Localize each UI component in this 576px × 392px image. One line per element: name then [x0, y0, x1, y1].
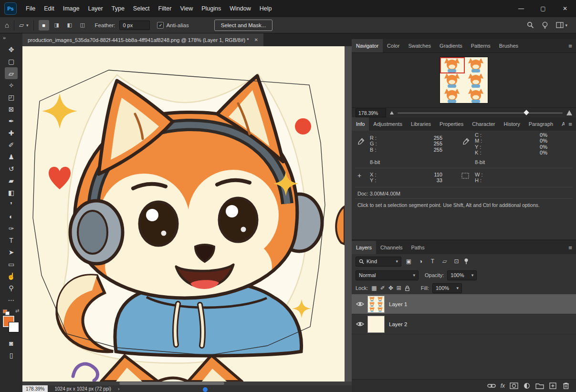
adjustment-layer-icon[interactable]: [523, 382, 531, 390]
intersect-selection-mode-button[interactable]: ◫: [77, 20, 88, 31]
chevron-down-icon[interactable]: ▾: [26, 23, 29, 28]
clone-stamp-tool[interactable]: ♟: [5, 151, 18, 163]
document-tab[interactable]: production_images_535da70d-882f-4415-bb8…: [22, 33, 263, 46]
lock-paint-icon[interactable]: ✐: [380, 285, 385, 291]
tab-layers[interactable]: Layers: [352, 241, 376, 254]
tab-properties[interactable]: Properties: [435, 117, 468, 131]
marquee-tool[interactable]: ▢: [5, 55, 18, 67]
add-selection-mode-button[interactable]: ◨: [52, 20, 62, 31]
tab-history[interactable]: History: [500, 117, 524, 131]
new-group-folder-icon[interactable]: [535, 382, 544, 390]
edit-toolbar-icon[interactable]: ⋯: [5, 294, 18, 306]
menu-file[interactable]: File: [21, 0, 40, 17]
tab-paragraph[interactable]: Paragraph: [524, 117, 557, 131]
horizontal-scrollbar[interactable]: [22, 382, 352, 385]
menu-image[interactable]: Image: [59, 0, 84, 17]
navigator-zoom-slider[interactable]: [398, 113, 563, 113]
discover-lightbulb-icon[interactable]: [542, 21, 548, 29]
panel-menu-icon[interactable]: ≡: [565, 39, 576, 52]
menu-type[interactable]: Type: [107, 0, 129, 17]
new-selection-mode-button[interactable]: ■: [39, 20, 49, 31]
opacity-dropdown[interactable]: 100% ▾: [447, 270, 477, 280]
eyedropper-tool[interactable]: ✒: [5, 115, 18, 127]
spot-healing-tool[interactable]: ✚: [5, 127, 18, 139]
layer-thumbnail[interactable]: [368, 296, 384, 312]
object-selection-tool[interactable]: ✧: [5, 79, 18, 91]
panel-menu-icon[interactable]: ≡: [565, 241, 576, 254]
tab-character[interactable]: Character: [468, 117, 499, 131]
scrollbar-thumb[interactable]: [119, 382, 224, 385]
layer-effects-icon[interactable]: fx: [501, 382, 505, 389]
new-layer-icon[interactable]: [549, 382, 557, 390]
layer-name[interactable]: Layer 1: [389, 301, 407, 307]
close-tab-icon[interactable]: ✕: [254, 37, 258, 42]
gradient-tool[interactable]: ◧: [5, 186, 18, 198]
quick-mask-icon[interactable]: ◙: [5, 337, 18, 349]
blur-tool[interactable]: ❜: [5, 198, 18, 210]
canvas-artwork[interactable]: [22, 46, 345, 382]
lock-transparency-icon[interactable]: ▦: [371, 285, 377, 291]
tab-libraries[interactable]: Libraries: [407, 117, 435, 131]
menu-layer[interactable]: Layer: [84, 0, 107, 17]
visibility-eye-icon[interactable]: [352, 321, 368, 327]
zoom-level-field[interactable]: 178.39%: [22, 385, 48, 392]
tab-navigator[interactable]: Navigator: [352, 39, 383, 52]
navigator-proxy-view-box[interactable]: [440, 57, 465, 73]
path-selection-tool[interactable]: ➤: [5, 246, 18, 258]
canvas[interactable]: [22, 46, 345, 382]
dodge-tool[interactable]: ◐: [5, 210, 18, 222]
close-button[interactable]: ✕: [554, 0, 576, 17]
rectangle-tool[interactable]: ▭: [5, 258, 18, 270]
blend-mode-dropdown[interactable]: Normal ▾: [356, 270, 419, 280]
lock-all-icon[interactable]: [405, 285, 410, 291]
minimize-button[interactable]: —: [510, 0, 532, 17]
filter-toggle-pin-icon[interactable]: [464, 258, 469, 265]
zoom-in-icon[interactable]: [566, 110, 572, 115]
tab-channels[interactable]: Channels: [376, 241, 407, 254]
menu-window[interactable]: Window: [225, 0, 255, 17]
tab-brushes[interactable]: Brushes: [495, 39, 523, 52]
maximize-button[interactable]: ▢: [532, 0, 554, 17]
crop-tool[interactable]: ◰: [5, 91, 18, 103]
zoom-out-icon[interactable]: [390, 111, 394, 114]
layer-name[interactable]: Layer 2: [389, 321, 407, 327]
background-color-swatch[interactable]: [9, 322, 19, 332]
filter-adjustment-icon[interactable]: ◑: [416, 257, 425, 266]
menu-plugins[interactable]: Plugins: [197, 0, 225, 17]
delete-layer-trash-icon[interactable]: [562, 382, 570, 390]
link-layers-icon[interactable]: [487, 382, 496, 390]
menu-help[interactable]: Help: [255, 0, 276, 17]
layer-row-2[interactable]: Layer 2: [352, 314, 576, 334]
type-tool[interactable]: T: [5, 234, 18, 246]
add-layer-mask-icon[interactable]: [510, 382, 518, 390]
navigator-thumbnail[interactable]: [440, 57, 488, 103]
tab-adjustments[interactable]: Adjustments: [369, 117, 407, 131]
lock-move-icon[interactable]: ✥: [388, 285, 393, 291]
filter-shape-icon[interactable]: ▱: [440, 257, 449, 266]
filter-image-icon[interactable]: ▣: [404, 257, 413, 266]
tab-swatches[interactable]: Swatches: [404, 39, 435, 52]
slider-thumb[interactable]: [524, 110, 529, 115]
default-colors-icon[interactable]: [3, 309, 9, 314]
tab-patterns[interactable]: Patterns: [467, 39, 495, 52]
eraser-tool[interactable]: ▰: [5, 175, 18, 186]
layer-thumbnail[interactable]: [368, 316, 384, 332]
panel-menu-icon[interactable]: ≡: [565, 117, 576, 131]
visibility-eye-icon[interactable]: [352, 301, 368, 307]
swap-colors-icon[interactable]: ⇄: [15, 308, 19, 313]
layer-row-1[interactable]: Layer 1: [352, 294, 576, 314]
lock-artboard-icon[interactable]: ⊞: [397, 285, 401, 291]
brush-tool[interactable]: ✐: [5, 139, 18, 151]
workspace-layout-icon[interactable]: ▾: [556, 22, 567, 28]
feather-input[interactable]: 0 px: [119, 21, 150, 30]
fill-dropdown[interactable]: 100% ▾: [432, 283, 462, 293]
frame-tool[interactable]: ⊠: [5, 103, 18, 115]
tab-gradients[interactable]: Gradients: [435, 39, 467, 52]
home-icon[interactable]: ⌂: [5, 21, 9, 29]
lasso-tool-preset-icon[interactable]: ▱: [19, 21, 24, 29]
collapse-panel-icon[interactable]: »: [0, 33, 22, 43]
zoom-tool[interactable]: ⚲: [5, 282, 18, 294]
history-brush-tool[interactable]: ↺: [5, 163, 18, 175]
menu-view[interactable]: View: [176, 0, 197, 17]
status-chevron-icon[interactable]: ›: [118, 386, 119, 392]
